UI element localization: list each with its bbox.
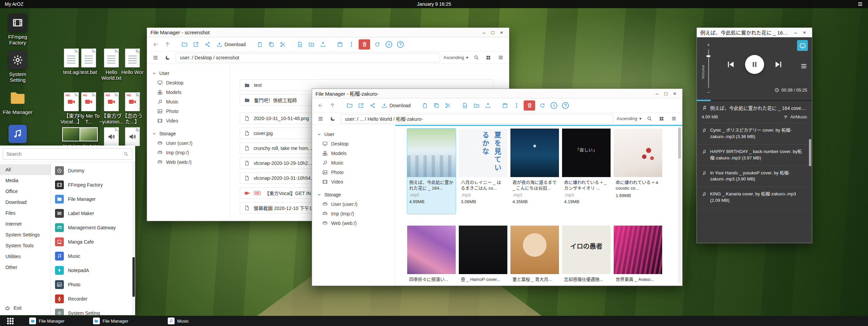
up-button[interactable] bbox=[162, 39, 173, 50]
previous-track-button[interactable] bbox=[726, 60, 736, 69]
playlist-item[interactable]: HAPPY BIRTHDAY _ back number cover. by柘榴… bbox=[697, 145, 812, 166]
sidebar-item-desktop[interactable]: Desktop bbox=[147, 78, 230, 88]
sidebar-item-desktop[interactable]: Desktop bbox=[312, 139, 395, 149]
download-button[interactable]: Download bbox=[379, 102, 413, 109]
start-scrollbar[interactable] bbox=[132, 162, 135, 315]
window-titlebar[interactable]: File Manager - 柘榴-zakuro- – □ × bbox=[312, 89, 682, 98]
new-file-button[interactable] bbox=[459, 100, 470, 111]
taskbar-item-file-manager-2[interactable]: File Manager bbox=[90, 316, 132, 326]
minimize-button[interactable]: – bbox=[792, 30, 800, 35]
archive-button[interactable] bbox=[500, 100, 510, 111]
sort-dropdown[interactable]: Ascending▾ bbox=[617, 116, 641, 121]
paste-button[interactable] bbox=[254, 39, 265, 50]
file-tile[interactable]: イロの愚者 忘却感傷仕優遇随... bbox=[562, 226, 611, 286]
sidebar-item-music[interactable]: Music bbox=[312, 158, 395, 168]
upload-button[interactable] bbox=[483, 100, 493, 111]
start-app-ffmpeg-factory[interactable]: FFmpeg Factory bbox=[51, 178, 135, 192]
search-icon[interactable] bbox=[123, 151, 129, 157]
sidebar-item-web-drive[interactable]: Web (web:/) bbox=[147, 157, 230, 167]
copy-button[interactable] bbox=[266, 39, 277, 50]
sidebar-item-tmp-drive[interactable]: tmp (tmp:/) bbox=[312, 209, 395, 218]
breadcrumb[interactable]: user: / Desktop / screenshot bbox=[176, 53, 440, 62]
start-app-label-maker[interactable]: Label Maker bbox=[51, 206, 135, 220]
start-app-file-manager[interactable]: File Manager bbox=[51, 192, 135, 206]
breadcrumb[interactable]: user: / ... / Hello World / 柘榴-zakuro- bbox=[341, 114, 613, 123]
minimize-button[interactable]: – bbox=[480, 30, 488, 35]
taskbar-item-music[interactable]: Music bbox=[164, 316, 192, 326]
volume-thumb[interactable] bbox=[706, 55, 710, 57]
grid-view-icon[interactable] bbox=[657, 114, 666, 123]
new-file-button[interactable] bbox=[294, 39, 305, 50]
next-track-button[interactable] bbox=[774, 60, 783, 69]
sidebar-item-tmp-drive[interactable]: tmp (tmp:/) bbox=[147, 148, 230, 157]
playlist-item[interactable]: Cynic _ ポリスピカデリー cover. by 柘榴-zakuro-.mp… bbox=[697, 123, 812, 145]
playlist-item[interactable]: KING _ Kanaria cover. by 柘榴-zakuro-.mp3 … bbox=[697, 187, 812, 208]
sort-dropdown[interactable]: Ascending▾ bbox=[444, 55, 468, 60]
start-app-system-setting[interactable]: System Setting bbox=[51, 306, 135, 315]
open-button[interactable] bbox=[344, 100, 355, 111]
category-files[interactable]: Files bbox=[0, 208, 51, 218]
seek-bar[interactable] bbox=[697, 100, 812, 101]
playlist-item[interactable]: In Your Hands _ yusukeP cover. by 柘榴-zak… bbox=[697, 166, 812, 187]
taskbar-item-file-manager[interactable]: File Manager bbox=[26, 316, 68, 326]
properties-button[interactable]: i bbox=[550, 102, 557, 109]
help-button[interactable]: ? bbox=[562, 102, 569, 109]
search-input[interactable] bbox=[6, 151, 121, 157]
back-button[interactable] bbox=[150, 39, 161, 50]
category-utilities[interactable]: Utilities bbox=[0, 251, 51, 262]
close-button[interactable]: × bbox=[671, 91, 679, 96]
sidebar-item-user-drive[interactable]: User (user:/) bbox=[312, 199, 395, 209]
category-all[interactable]: All bbox=[0, 164, 51, 175]
category-download[interactable]: Download bbox=[0, 197, 51, 208]
sidebar-item-user-drive[interactable]: User (user:/) bbox=[147, 138, 230, 148]
sidebar-section-storage[interactable]: Storage bbox=[312, 190, 395, 199]
file-tile[interactable]: 四季折々に揺蕩い... bbox=[407, 226, 456, 286]
sidebar-section-user[interactable]: User bbox=[147, 69, 230, 78]
grid-view-icon[interactable] bbox=[484, 53, 493, 62]
new-folder-button[interactable] bbox=[306, 39, 317, 50]
refresh-button[interactable] bbox=[537, 100, 548, 111]
category-media[interactable]: Media bbox=[0, 175, 51, 186]
upload-button[interactable] bbox=[318, 39, 328, 50]
open-button[interactable] bbox=[179, 39, 190, 50]
desktop-icon-ffmpeg-factory[interactable]: FFmpeg Factory bbox=[1, 14, 34, 46]
airmusic-toggle[interactable]: AirMusic bbox=[783, 114, 807, 119]
grid-scrollbar[interactable] bbox=[678, 127, 681, 284]
maximize-button[interactable]: □ bbox=[662, 91, 670, 96]
sidebar-toggle-icon[interactable] bbox=[151, 53, 160, 62]
dark-mode-icon[interactable] bbox=[328, 114, 337, 123]
desktop-file[interactable]: Hello Wor bbox=[118, 49, 147, 75]
desktop-icon-system-setting[interactable]: System Setting bbox=[1, 51, 34, 83]
help-button[interactable]: ? bbox=[397, 41, 404, 48]
cut-button[interactable] bbox=[442, 100, 453, 111]
category-internet[interactable]: Internet bbox=[0, 218, 51, 229]
close-button[interactable]: × bbox=[498, 30, 506, 35]
open-in-new-button[interactable] bbox=[356, 100, 366, 111]
volume-up-button[interactable]: + bbox=[707, 42, 710, 47]
share-button[interactable] bbox=[202, 39, 213, 50]
sidebar-item-photo[interactable]: Photo bbox=[147, 107, 230, 116]
start-app-management-gateway[interactable]: Management Gateway bbox=[51, 220, 135, 235]
file-tile[interactable]: 君が夜の海に還るまで _ こんにちは谷田... .mp3 4.35MB bbox=[510, 129, 559, 214]
copy-button[interactable] bbox=[431, 100, 442, 111]
start-app-recorder[interactable]: Recorder bbox=[51, 292, 135, 306]
exit-button[interactable]: Exit bbox=[0, 302, 51, 314]
start-app-dummy[interactable]: Dummy bbox=[51, 164, 135, 178]
category-office[interactable]: Office bbox=[0, 186, 51, 197]
sidebar-section-storage[interactable]: Storage bbox=[147, 129, 230, 138]
sidebar-toggle-icon[interactable] bbox=[316, 114, 325, 123]
file-tile[interactable]: 世界東真 _ Avaso... bbox=[614, 226, 662, 286]
player-menu-icon[interactable] bbox=[800, 62, 808, 70]
sidebar-section-user[interactable]: User bbox=[312, 130, 395, 139]
delete-button[interactable] bbox=[359, 39, 370, 50]
new-folder-button[interactable] bbox=[471, 100, 482, 111]
volume-track[interactable] bbox=[708, 49, 709, 88]
topbar-brand[interactable]: My ArOZ bbox=[5, 1, 23, 7]
playlist-scrollbar[interactable] bbox=[809, 139, 811, 166]
desktop-icon-file-manager[interactable]: File Manager bbox=[1, 89, 34, 115]
start-button[interactable] bbox=[6, 317, 14, 325]
minimize-button[interactable]: – bbox=[653, 91, 661, 96]
maximize-button[interactable]: □ bbox=[489, 30, 497, 35]
scrollbar-thumb[interactable] bbox=[678, 128, 681, 159]
volume-down-button[interactable]: − bbox=[707, 90, 710, 95]
